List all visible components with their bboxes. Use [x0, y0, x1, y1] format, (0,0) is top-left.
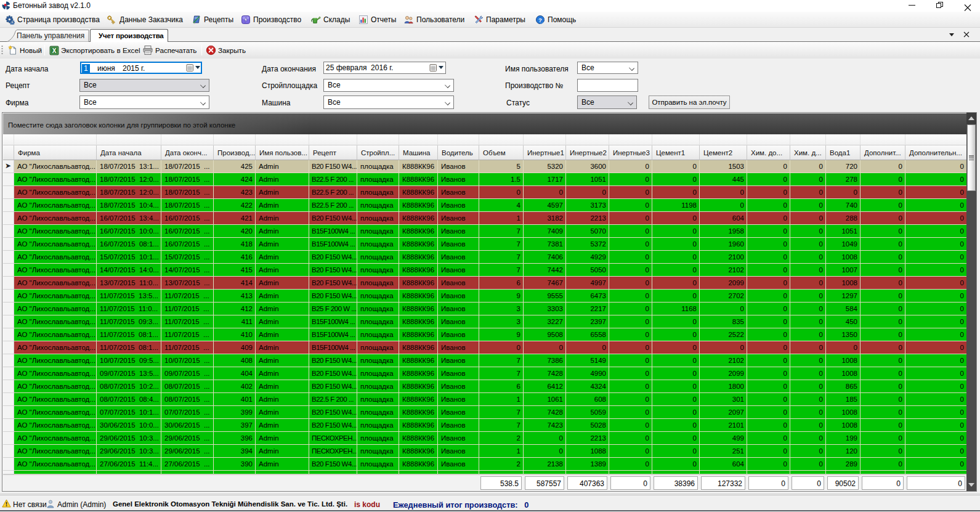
svg-text:?: ? [538, 17, 542, 23]
svg-text:X: X [52, 47, 57, 54]
